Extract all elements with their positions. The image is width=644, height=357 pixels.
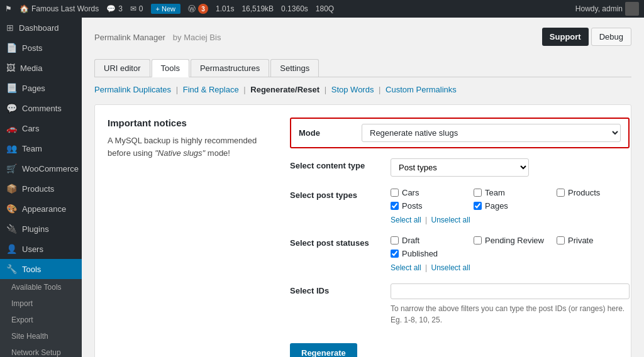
checkbox-products[interactable]: Products bbox=[557, 188, 630, 197]
header-buttons: Support Debug bbox=[542, 28, 631, 46]
sidebar-item-label: WooCommerce bbox=[22, 164, 79, 173]
content-wrapper: Important notices A MySQL backup is high… bbox=[94, 104, 631, 357]
page-subtitle: by Maciej Bis bbox=[173, 33, 221, 42]
support-button[interactable]: Support bbox=[542, 28, 589, 46]
sidebar-submenu-network-setup[interactable]: Network Setup bbox=[0, 344, 82, 357]
post-types-unselect-all[interactable]: Unselect all bbox=[431, 216, 470, 224]
import-label: Import bbox=[11, 299, 33, 308]
checkbox-draft-input[interactable] bbox=[391, 236, 399, 244]
tab-settings[interactable]: Settings bbox=[270, 59, 319, 77]
admin-bar-perf2: 16,519kB bbox=[242, 4, 274, 13]
content-type-select[interactable]: Post types Taxonomies bbox=[391, 158, 529, 177]
breadcrumb-duplicates[interactable]: Permalink Duplicates bbox=[94, 85, 171, 94]
new-button[interactable]: + New bbox=[151, 4, 181, 14]
sidebar-item-tools[interactable]: 🔧 Tools bbox=[0, 259, 82, 279]
users-icon: 👤 bbox=[6, 244, 17, 254]
content-type-label: Select content type bbox=[290, 158, 391, 170]
sidebar-item-pages[interactable]: 📃 Pages bbox=[0, 78, 82, 98]
breadcrumb-stop-words[interactable]: Stop Words bbox=[331, 85, 374, 94]
sidebar-item-plugins[interactable]: 🔌 Plugins bbox=[0, 219, 82, 239]
avatar bbox=[625, 2, 639, 16]
checkbox-private-input[interactable] bbox=[557, 236, 565, 244]
post-types-content: Cars Team Products Posts bbox=[391, 188, 630, 224]
checkbox-posts-input[interactable] bbox=[391, 202, 399, 210]
checkbox-posts[interactable]: Posts bbox=[391, 201, 464, 211]
admin-bar-new[interactable]: + New bbox=[151, 4, 181, 14]
admin-bar-site[interactable]: 🏠 Famous Last Words bbox=[19, 4, 99, 13]
select-ids-row: Select IDs To narrow the above filters y… bbox=[290, 283, 630, 326]
admin-bar-howdy[interactable]: Howdy, admin bbox=[575, 2, 639, 16]
tab-uri-editor[interactable]: URI editor bbox=[94, 59, 150, 77]
message-count: 0 bbox=[139, 4, 143, 13]
posts-icon: 📄 bbox=[6, 43, 17, 53]
checkbox-cars[interactable]: Cars bbox=[391, 188, 464, 197]
breadcrumb-custom-permalinks[interactable]: Custom Permalinks bbox=[386, 85, 457, 94]
select-ids-content: To narrow the above filters you can type… bbox=[391, 283, 630, 326]
checkbox-pending-review[interactable]: Pending Review bbox=[474, 236, 547, 245]
regenerate-button[interactable]: Regenerate bbox=[290, 343, 357, 357]
site-health-label: Site Health bbox=[11, 332, 48, 341]
tab-tools[interactable]: Tools bbox=[152, 59, 189, 77]
plugins-icon: 🔌 bbox=[6, 224, 17, 234]
checkbox-team-input[interactable] bbox=[474, 189, 482, 197]
checkbox-pages-input[interactable] bbox=[474, 202, 482, 210]
dashboard-icon: ⊞ bbox=[6, 23, 14, 33]
checkbox-published[interactable]: Published bbox=[391, 249, 464, 258]
admin-bar-wp-badge[interactable]: Ⓦ 3 bbox=[188, 4, 208, 14]
sidebar-item-label: Dashboard bbox=[19, 23, 59, 33]
sidebar-item-label: Posts bbox=[22, 43, 43, 53]
sidebar-submenu-site-health[interactable]: Site Health bbox=[0, 328, 82, 344]
checkbox-private[interactable]: Private bbox=[557, 236, 630, 245]
network-setup-label: Network Setup bbox=[11, 348, 61, 357]
checkbox-draft[interactable]: Draft bbox=[391, 236, 464, 245]
post-statuses-unselect-all[interactable]: Unselect all bbox=[431, 263, 470, 272]
checkbox-team[interactable]: Team bbox=[474, 188, 547, 197]
post-statuses-label: Select post statuses bbox=[290, 236, 391, 248]
checkbox-published-input[interactable] bbox=[391, 250, 399, 258]
sidebar-submenu-available-tools[interactable]: Available Tools bbox=[0, 279, 82, 295]
sidebar-item-label: Comments bbox=[22, 104, 62, 113]
checkbox-cars-input[interactable] bbox=[391, 189, 399, 197]
sidebar-submenu-export[interactable]: Export bbox=[0, 312, 82, 328]
woocommerce-icon: 🛒 bbox=[6, 163, 17, 173]
appearance-icon: 🎨 bbox=[6, 204, 17, 214]
sidebar-item-media[interactable]: 🖼 Media bbox=[0, 58, 82, 78]
sidebar-item-label: Cars bbox=[22, 124, 39, 133]
sidebar-submenu-import[interactable]: Import bbox=[0, 295, 82, 312]
debug-button[interactable]: Debug bbox=[591, 28, 631, 46]
sidebar-item-users[interactable]: 👤 Users bbox=[0, 239, 82, 259]
sidebar-item-team[interactable]: 👥 Team bbox=[0, 138, 82, 158]
checkbox-pages[interactable]: Pages bbox=[474, 201, 547, 211]
comment-count: 3 bbox=[118, 4, 123, 13]
admin-bar-wp[interactable]: ⚑ bbox=[5, 4, 12, 13]
mode-label: Mode bbox=[299, 128, 362, 138]
post-types-select-all[interactable]: Select all bbox=[391, 216, 421, 224]
admin-bar-messages[interactable]: ✉ 0 bbox=[130, 4, 143, 13]
sidebar-item-products[interactable]: 📦 Products bbox=[0, 178, 82, 199]
sidebar-item-label: Tools bbox=[22, 265, 41, 274]
post-statuses-select-all[interactable]: Select all bbox=[391, 263, 421, 272]
team-icon: 👥 bbox=[6, 143, 17, 153]
two-col-layout: Important notices A MySQL backup is high… bbox=[108, 118, 618, 357]
sidebar-item-posts[interactable]: 📄 Posts bbox=[0, 38, 82, 58]
post-statuses-row: Select post statuses Draft Pending Revie… bbox=[290, 236, 630, 272]
checkbox-products-input[interactable] bbox=[557, 189, 565, 197]
pages-icon: 📃 bbox=[6, 83, 17, 93]
sidebar-item-comments[interactable]: 💬 Comments bbox=[0, 98, 82, 118]
sidebar-item-cars[interactable]: 🚗 Cars bbox=[0, 118, 82, 138]
breadcrumb-find-replace[interactable]: Find & Replace bbox=[183, 85, 239, 94]
notice-text: A MySQL backup is highly recommended bef… bbox=[108, 135, 271, 159]
sidebar-item-appearance[interactable]: 🎨 Appearance bbox=[0, 199, 82, 219]
sidebar-item-woocommerce[interactable]: 🛒 WooCommerce bbox=[0, 158, 82, 178]
admin-bar-comments[interactable]: 💬 3 bbox=[106, 4, 123, 13]
sidebar-item-label: Users bbox=[22, 244, 43, 254]
sidebar-item-label: Products bbox=[22, 184, 54, 194]
post-statuses-select-links: Select all | Unselect all bbox=[391, 263, 630, 272]
checkbox-pending-review-input[interactable] bbox=[474, 236, 482, 244]
ids-input[interactable] bbox=[391, 283, 630, 299]
tab-permastructures[interactable]: Permastructures bbox=[191, 59, 269, 77]
page-header: Permalink Manager by Maciej Bis Support … bbox=[94, 28, 631, 52]
sidebar-item-dashboard[interactable]: ⊞ Dashboard bbox=[0, 18, 82, 38]
mode-select[interactable]: Regenerate native slugs Reset bbox=[362, 124, 621, 142]
tools-icon: 🔧 bbox=[6, 264, 17, 274]
